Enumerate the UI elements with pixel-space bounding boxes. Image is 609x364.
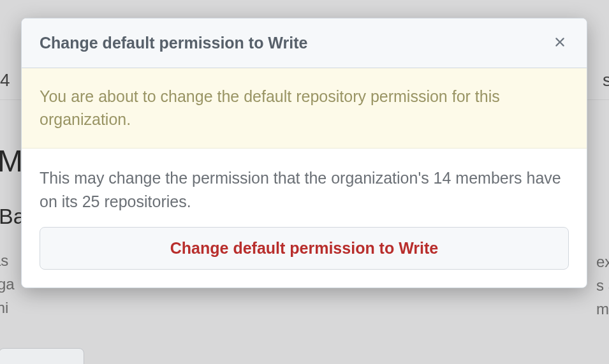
modal-footer: Change default permission to Write <box>22 227 587 288</box>
close-button[interactable] <box>551 34 569 52</box>
modal-body-text: This may change the permission that the … <box>22 149 587 227</box>
bg-fragment: 4 <box>0 70 10 91</box>
bg-fragment: M <box>0 143 23 178</box>
close-icon <box>552 34 568 52</box>
bg-fragment: s <box>603 70 609 91</box>
bg-fragment: as rga hi <box>0 249 15 320</box>
bg-button-fragment <box>0 348 84 364</box>
modal-title: Change default permission to Write <box>40 34 307 52</box>
confirmation-modal: Change default permission to Write You a… <box>21 18 587 288</box>
bg-fragment: exc s ar mis <box>596 250 609 321</box>
confirm-button[interactable]: Change default permission to Write <box>40 227 569 270</box>
modal-header: Change default permission to Write <box>22 18 587 68</box>
modal-warning-banner: You are about to change the default repo… <box>22 68 587 149</box>
